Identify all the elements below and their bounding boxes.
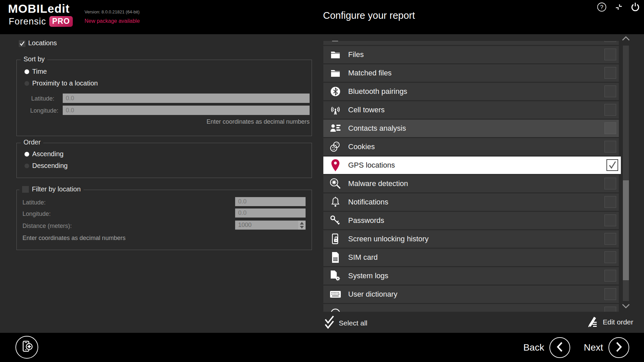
back-button[interactable] <box>549 337 570 358</box>
report-item-cookies[interactable]: Cookies <box>323 138 619 156</box>
scrollbar-thumb[interactable] <box>623 180 629 280</box>
spinner-up-icon[interactable] <box>300 222 304 225</box>
app-logo-title: MOBILedit <box>8 2 70 15</box>
sort-by-group: Sort by Time Proximity to a location Lat… <box>16 60 312 136</box>
report-item-matched-files[interactable]: Matched files <box>323 64 619 82</box>
sort-time-label[interactable]: Time <box>32 68 47 75</box>
chevron-left-icon <box>555 341 564 354</box>
edit-order-button[interactable]: Edit order <box>586 315 633 329</box>
report-item-passwords[interactable]: Passwords <box>323 212 619 229</box>
report-item-label: System logs <box>348 267 388 285</box>
report-item-gps-locations[interactable]: GPS locations <box>323 157 621 174</box>
locations-checkbox[interactable] <box>19 40 25 47</box>
cell-tower-icon <box>329 105 341 115</box>
sort-proximity-radio[interactable] <box>24 81 29 86</box>
help-button[interactable]: ? <box>597 2 607 13</box>
sort-proximity-label[interactable]: Proximity to a location <box>32 79 98 87</box>
report-item-label: Files <box>348 46 364 63</box>
report-item-checkbox[interactable] <box>604 288 616 300</box>
filter-by-location-label[interactable]: Filter by location <box>32 185 81 193</box>
scrollbar-track[interactable] <box>623 46 629 301</box>
next-button[interactable] <box>608 337 629 358</box>
report-item-checkbox[interactable] <box>604 67 616 79</box>
report-item-checkbox[interactable] <box>604 141 616 153</box>
report-item-cell-towers[interactable]: Cell towers <box>323 101 619 119</box>
add-phone-button[interactable] <box>15 336 38 359</box>
report-item-contacts-analysis[interactable]: Contacts analysis <box>323 120 619 137</box>
filter-distance-label: Distance (meters): <box>22 223 72 230</box>
report-item-checkbox[interactable] <box>604 85 616 97</box>
report-item-label: SIM card <box>348 249 378 266</box>
report-item-checkbox[interactable] <box>604 122 616 134</box>
content-area: Locations Sort by Time Proximity to a lo… <box>0 34 644 333</box>
report-item-label: Contacts analysis <box>348 120 406 137</box>
locations-label: Locations <box>28 39 57 47</box>
back-label[interactable]: Back <box>523 342 544 353</box>
spinner-down-icon[interactable] <box>300 226 304 229</box>
map-pin-icon <box>329 160 341 171</box>
report-item-bluetooth-pairings[interactable]: Bluetooth pairings <box>323 83 619 100</box>
report-item-user-dictionary[interactable]: User dictionary <box>323 286 619 303</box>
resize-window-button[interactable] <box>614 3 623 12</box>
system-logs-icon <box>329 270 341 281</box>
report-item-checkbox[interactable] <box>604 41 616 42</box>
report-item-label: Cell towers <box>348 101 385 119</box>
sort-latitude-input[interactable] <box>63 94 310 103</box>
filter-longitude-label: Longitude: <box>22 210 51 218</box>
filter-latitude-label: Latitude: <box>22 199 46 206</box>
order-ascending-radio[interactable] <box>24 152 29 157</box>
report-item-checkbox[interactable] <box>604 307 616 312</box>
report-item-files[interactable]: Files <box>323 46 619 63</box>
report-item-checkbox[interactable] <box>604 104 616 116</box>
filter-longitude-input[interactable] <box>235 208 306 218</box>
partial-row-bottom[interactable] <box>323 304 619 312</box>
report-item-sim-card[interactable]: SIM card <box>323 249 619 266</box>
order-group: Order Ascending Descending <box>16 143 312 178</box>
filter-by-location-checkbox[interactable] <box>22 186 29 193</box>
report-item-notifications[interactable]: Notifications <box>323 193 619 211</box>
filter-latitude-input[interactable] <box>235 197 306 206</box>
sort-latitude-label: Latitude: <box>31 95 54 102</box>
help-icon: ? <box>597 8 607 13</box>
svg-text:?: ? <box>600 4 603 10</box>
partial-row-top[interactable] <box>323 41 619 45</box>
screen-lock-icon <box>329 234 341 244</box>
report-item-malware-detection[interactable]: Malware detection <box>323 175 619 192</box>
order-descending-radio[interactable] <box>24 164 29 168</box>
scroll-up-button[interactable] <box>621 35 631 44</box>
report-item-system-logs[interactable]: System logs <box>323 267 619 285</box>
edit-order-label: Edit order <box>603 318 633 326</box>
update-notice[interactable]: New package available <box>85 18 140 24</box>
sort-longitude-input[interactable] <box>63 106 310 115</box>
report-item-checkbox[interactable] <box>604 178 616 189</box>
distance-spinner[interactable] <box>298 221 306 230</box>
report-items-list: FilesMatched filesBluetooth pairingsCell… <box>323 41 622 312</box>
chevron-down-icon <box>621 303 631 310</box>
order-ascending-label[interactable]: Ascending <box>32 150 63 158</box>
next-label[interactable]: Next <box>584 342 603 353</box>
report-item-checkbox[interactable] <box>604 270 616 282</box>
report-item-checkbox[interactable] <box>604 251 616 263</box>
version-text: Version: 8.0.0.21821 (64-bit) <box>85 9 140 14</box>
page-title: Configure your report <box>323 10 415 21</box>
edit-order-icon <box>586 315 599 329</box>
select-all-icon <box>324 315 335 331</box>
sort-time-radio[interactable] <box>24 69 29 74</box>
report-item-checkbox[interactable] <box>604 196 616 208</box>
report-item-checkbox[interactable] <box>606 159 618 171</box>
contacts-icon <box>329 123 341 134</box>
sort-by-legend: Sort by <box>21 55 47 63</box>
order-descending-label[interactable]: Descending <box>32 162 68 170</box>
report-item-screen-unlocking-history[interactable]: Screen unlocking history <box>323 230 619 248</box>
report-item-checkbox[interactable] <box>604 233 616 245</box>
report-item-label: Bluetooth pairings <box>348 83 407 100</box>
scroll-down-button[interactable] <box>621 302 631 311</box>
report-item-checkbox[interactable] <box>604 215 616 226</box>
order-legend: Order <box>21 138 43 146</box>
select-all-button[interactable]: Select all <box>324 315 367 331</box>
report-item-checkbox[interactable] <box>604 49 616 60</box>
power-button[interactable] <box>630 2 641 13</box>
app-logo-forensic: Forensic <box>9 16 46 27</box>
report-item-label: Passwords <box>348 212 384 229</box>
filter-distance-input[interactable] <box>235 221 306 230</box>
